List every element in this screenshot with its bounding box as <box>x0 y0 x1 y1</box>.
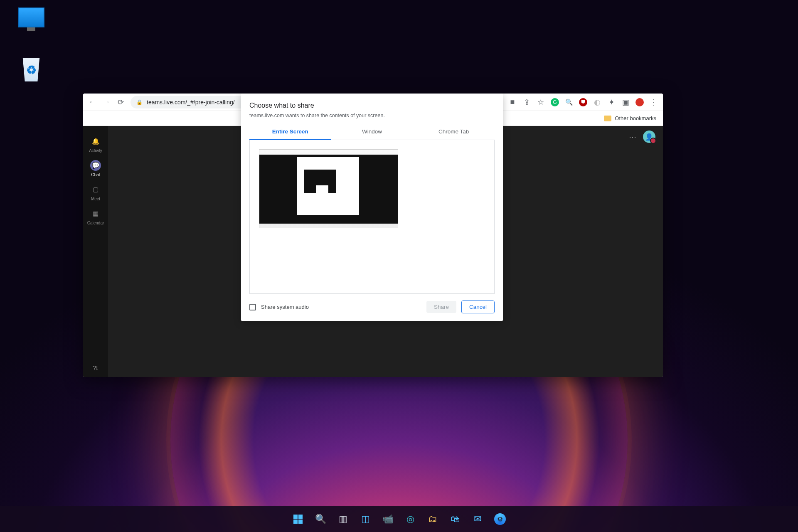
other-bookmarks[interactable]: Other bookmarks <box>615 115 656 121</box>
taskbar-mail[interactable]: ✉ <box>468 510 487 528</box>
calendar-icon: ▦ <box>90 208 101 219</box>
search-ext-icon[interactable]: 🔍 <box>565 98 573 106</box>
ext-misc-icon[interactable]: ◐ <box>593 98 601 106</box>
start-button[interactable] <box>289 510 307 528</box>
dialog-title: Choose what to share <box>249 102 495 109</box>
recycle-bin-icon: ♻ <box>21 58 41 81</box>
search-icon: 🔍 <box>315 514 326 525</box>
screen-share-dialog: Choose what to share teams.live.com want… <box>241 94 503 321</box>
rail-chat-label: Chat <box>91 172 100 177</box>
back-button[interactable]: ← <box>88 98 96 106</box>
omnibox-url: teams.live.com/_#/pre-join-calling/ <box>147 99 235 106</box>
user-avatar[interactable]: 👤 <box>643 131 655 143</box>
taskbar-settings[interactable] <box>491 510 509 528</box>
extension-icons: ■ ⇪ ☆ G 🔍 ⛊ ◐ ✦ ▣ ⋮ <box>508 98 658 106</box>
taskbar-teams[interactable]: 📹 <box>379 510 397 528</box>
desktop-icon-this-pc[interactable] <box>12 7 50 30</box>
extensions-icon[interactable]: ✦ <box>607 98 616 106</box>
taskbar-search[interactable]: 🔍 <box>311 510 330 528</box>
widgets-icon: ◫ <box>361 514 370 525</box>
more-options-icon[interactable]: ⋯ <box>629 132 637 141</box>
monitor-icon <box>18 7 44 27</box>
forward-button[interactable]: → <box>102 98 111 106</box>
share-audio-checkbox[interactable] <box>249 304 256 310</box>
chrome-menu-icon[interactable]: ⋮ <box>650 98 658 106</box>
rail-calendar[interactable]: ▦ Calendar <box>83 206 108 227</box>
tab-chrome-tab[interactable]: Chrome Tab <box>413 124 495 140</box>
video-icon[interactable]: ■ <box>508 98 517 106</box>
rail-chat[interactable]: 💬 Chat <box>83 158 108 179</box>
gear-icon <box>494 513 506 525</box>
mail-icon: ✉ <box>474 514 481 525</box>
taskbar-widgets[interactable]: ◫ <box>356 510 374 528</box>
folder-icon <box>604 116 611 121</box>
grammarly-icon[interactable]: G <box>551 98 559 106</box>
rail-activity-label: Activity <box>89 148 102 153</box>
reload-button[interactable]: ⟳ <box>116 98 125 106</box>
share-audio-label: Share system audio <box>261 304 421 310</box>
windows-logo-icon <box>293 515 303 524</box>
tab-window[interactable]: Window <box>331 124 413 140</box>
teams-rail: 🔔 Activity 💬 Chat ▢ Meet ▦ Calendar ?⃝ <box>83 126 108 377</box>
dialog-subtitle: teams.live.com wants to share the conten… <box>249 113 495 118</box>
ublock-icon[interactable]: ⛊ <box>579 98 587 106</box>
lock-icon: 🔒 <box>136 99 143 105</box>
store-icon: 🛍 <box>451 514 460 525</box>
cancel-button[interactable]: Cancel <box>461 300 495 313</box>
account-ext-icon[interactable]: ▣ <box>621 98 630 106</box>
rail-help[interactable]: ?⃝ <box>83 364 108 371</box>
task-view[interactable]: ▥ <box>334 510 352 528</box>
teams-icon: 📹 <box>382 514 394 525</box>
tab-entire-screen[interactable]: Entire Screen <box>249 124 331 140</box>
person-icon: 👤 <box>645 133 653 141</box>
taskbar-store[interactable]: 🛍 <box>446 510 464 528</box>
taskbar-edge[interactable]: ◎ <box>401 510 419 528</box>
share-button[interactable]: Share <box>426 301 456 313</box>
chrome-window: ← → ⟳ 🔒 teams.live.com/_#/pre-join-calli… <box>83 94 663 377</box>
folder-icon: 🗂 <box>428 514 437 525</box>
taskbar-explorer[interactable]: 🗂 <box>424 510 442 528</box>
share-icon[interactable]: ⇪ <box>522 98 531 106</box>
rail-calendar-label: Calendar <box>87 221 104 225</box>
rail-meet[interactable]: ▢ Meet <box>83 182 108 203</box>
share-tabs: Entire Screen Window Chrome Tab <box>249 124 495 140</box>
rail-activity[interactable]: 🔔 Activity <box>83 133 108 155</box>
help-icon: ?⃝ <box>93 364 99 371</box>
dialog-footer: Share system audio Share Cancel <box>241 294 503 321</box>
desktop-icon-recycle-bin[interactable]: ♻ <box>12 58 50 84</box>
rail-meet-label: Meet <box>91 197 100 201</box>
teams-header: ⋯ 👤 <box>629 126 663 148</box>
profile-avatar-icon[interactable] <box>635 98 644 106</box>
star-icon[interactable]: ☆ <box>537 98 545 106</box>
bell-icon: 🔔 <box>90 136 101 147</box>
edge-icon: ◎ <box>406 514 414 525</box>
video-icon: ▢ <box>90 184 101 195</box>
windows-taskbar: 🔍 ▥ ◫ 📹 ◎ 🗂 🛍 ✉ <box>0 506 798 532</box>
screen-preview-tile[interactable] <box>259 149 398 228</box>
share-body <box>249 140 495 294</box>
chat-icon: 💬 <box>90 160 101 171</box>
task-view-icon: ▥ <box>339 514 347 525</box>
